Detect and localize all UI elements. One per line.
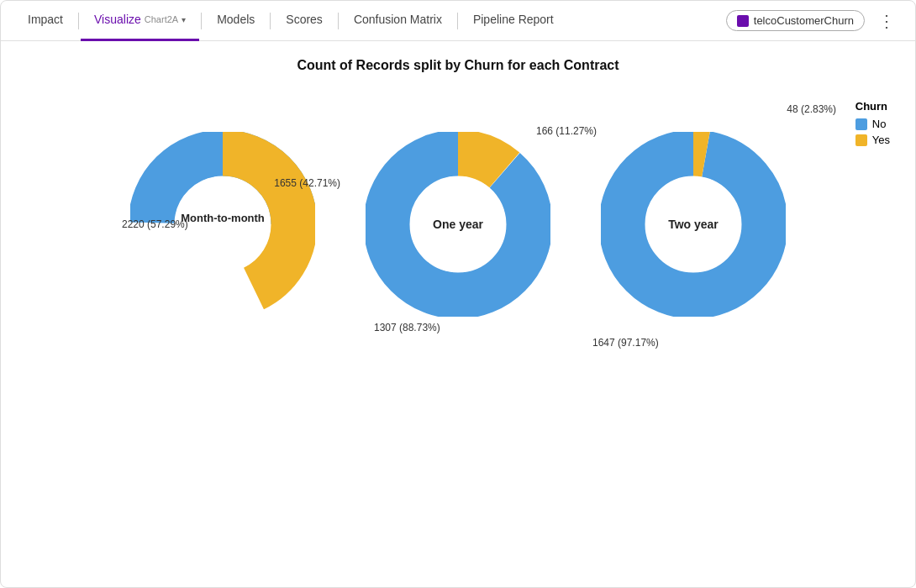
- label-166: 166 (11.27%): [536, 125, 597, 137]
- chart-title: Count of Records split by Churn for each…: [21, 58, 895, 73]
- donut-one-year: One year 166 (11.27%) 1307 (88.73%): [366, 107, 550, 342]
- donut-svg-2: One year: [366, 132, 550, 317]
- navigation: Impact Visualize Chart2A ▾ Models Scores…: [1, 1, 915, 41]
- label-1647: 1647 (97.17%): [592, 337, 659, 349]
- label-1655: 1655 (42.71%): [274, 177, 340, 189]
- donut-hole-1: [175, 176, 271, 272]
- nav-visualize[interactable]: Visualize Chart2A ▾: [81, 1, 199, 41]
- nav-divider-5: [457, 13, 458, 29]
- nav-pipeline-report[interactable]: Pipeline Report: [460, 1, 567, 41]
- dataset-icon: [737, 15, 749, 27]
- label-2220: 2220 (57.29%): [122, 218, 188, 230]
- nav-divider-1: [78, 13, 79, 29]
- donut-svg-3: Two year: [601, 132, 786, 317]
- main-content: Count of Records split by Churn for each…: [1, 41, 915, 367]
- dataset-label: telcoCustomerChurn: [754, 14, 854, 27]
- more-menu-button[interactable]: ⋮: [871, 11, 902, 31]
- donut-center-label-3: Two year: [668, 218, 719, 231]
- nav-scores[interactable]: Scores: [272, 1, 336, 41]
- nav-divider-2: [201, 13, 202, 29]
- nav-divider-3: [270, 13, 271, 29]
- label-1307: 1307 (88.73%): [374, 322, 440, 333]
- charts-container: Month-to-month 2220 (57.29%) 1655 (42.71…: [21, 98, 895, 350]
- label-48: 48 (2.83%): [787, 103, 836, 115]
- dataset-chip[interactable]: telcoCustomerChurn: [726, 10, 865, 31]
- nav-divider-4: [338, 13, 339, 29]
- donut-center-label-2: One year: [433, 218, 483, 231]
- dropdown-arrow-icon: ▾: [182, 15, 186, 24]
- chart2a-badge: Chart2A: [145, 14, 178, 24]
- donut-month-to-month: Month-to-month 2220 (57.29%) 1655 (42.71…: [130, 107, 315, 342]
- nav-models[interactable]: Models: [203, 1, 268, 41]
- nav-impact[interactable]: Impact: [14, 1, 76, 41]
- nav-confusion-matrix[interactable]: Confusion Matrix: [340, 1, 455, 41]
- donut-center-label-1: Month-to-month: [181, 212, 265, 224]
- donut-two-year: Two year 48 (2.83%) 1647 (97.17%): [601, 98, 786, 350]
